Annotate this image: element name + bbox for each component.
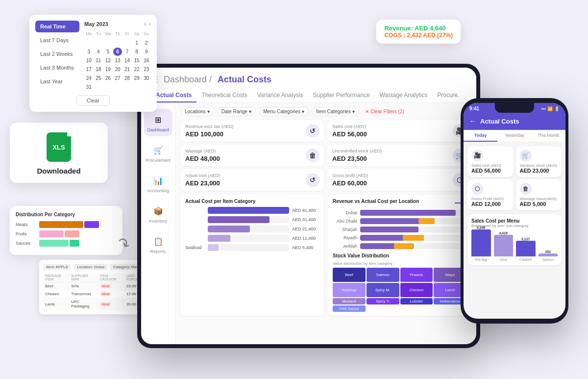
calendar-option[interactable]: Last 7 Days [35,34,79,46]
sidebar-label: Inventory [149,219,167,224]
sidebar-item-dashboard[interactable]: ⊞ Dashboard [144,109,172,136]
treemap-cell: Chicken [400,283,433,297]
calendar-day[interactable]: 26 [103,74,113,82]
sidebar-item-reports[interactable]: 📋 Reports [144,230,172,258]
revenue-bar-row: Jeddah [333,243,466,249]
calendar-day[interactable]: 24 [84,74,94,82]
category-chart-card: Actual Cost per Item Category AED 41,400… [180,195,324,316]
calendar-day[interactable]: 6 [113,48,122,56]
calendar-day[interactable]: 10 [84,56,94,65]
revenue-chart-title: Revenue vs Actual Cost per Location [333,199,419,204]
calendar-day[interactable]: 23 [142,65,151,74]
revenue-line1: Revenue: AED 4,640 [384,25,453,32]
wifi-icon: 📶 [547,106,553,111]
phone-tab-bar[interactable]: TodayYesterdayThis Month [464,130,565,142]
treemap-cell: Chili Sauce [333,305,366,312]
calendar-day[interactable]: 31 [84,83,94,91]
phone-tab-today[interactable]: Today [464,130,497,142]
calendar-day[interactable]: 8 [132,48,142,56]
tablet-device: ☰ Dashboard / Actual Costs Actual CostsT… [137,64,480,348]
phone-stat-value: AED 5,000 [520,201,558,207]
tab-variance-analysis[interactable]: Variance Analysis [252,89,308,102]
calendar-day[interactable]: 15 [132,56,142,65]
category-bar-row: AED 41,400 [185,207,319,214]
phone-bar-value: 3,127 [521,237,530,241]
calendar-day [94,39,103,47]
calendar-day[interactable]: 14 [122,56,132,65]
category-bar-label: Seafood [185,245,205,250]
tab-theoretical-costs[interactable]: Theoretical Costs [196,89,252,102]
filter-pill-date-range[interactable]: Date Range ▾ [217,107,256,116]
calendar-day[interactable]: 9 [142,48,151,56]
calendar-clear-button[interactable]: Clear [76,95,110,106]
calendar-day[interactable]: 20 [113,65,122,74]
phone-bar-col: 252Salmon [539,250,558,261]
calendar-option[interactable]: Last Year [35,76,79,87]
tab-actual-costs[interactable]: Actual Costs [151,89,196,102]
calendar-day [132,83,142,91]
table-cell: Meat [98,282,124,290]
calendar-day-name: Mo [84,30,94,37]
calendar-day[interactable]: 11 [94,56,103,65]
calendar-day[interactable]: 7 [122,48,132,56]
phone-bar-label: Hot dog [475,258,487,261]
sidebar-item-inventory[interactable]: 📦 Inventory [144,200,172,227]
calendar-day[interactable]: 4 [94,48,103,56]
calendar-day[interactable]: 27 [113,74,122,82]
calendar-day[interactable]: 19 [103,65,113,74]
category-bar-row: Seafood AED 5,400 [185,244,319,251]
calendar-day[interactable]: 22 [132,65,142,74]
filter-pill-locations[interactable]: Locations ▾ [180,107,214,116]
calendar-option[interactable]: Last 3 Months [35,62,79,74]
phone-bar-label: Lime [500,258,507,261]
category-chart-title: Actual Cost per Item Category [185,199,319,204]
calendar-prev-btn[interactable]: ‹ [144,21,146,27]
table-cell: UFC Packaging [69,298,98,310]
calendar-day[interactable]: 25 [94,74,103,82]
phone-stat-card: 🗑 Wastage Value(AED) AED 5,000 [516,179,562,210]
calendar-day[interactable]: 29 [132,74,142,82]
stat-value: AED 60,000 [332,179,368,187]
phone-bar-label: Salmon [542,258,554,261]
sidebar-item-procurement[interactable]: 🛒 Procurement [144,139,172,167]
tab-wastage-analytics[interactable]: Wastage Analytics [375,89,433,102]
calendar-day[interactable]: 18 [94,65,103,74]
stat-value: AED 100,000 [185,130,234,138]
phone-tab-this-month[interactable]: This Month [532,130,565,142]
table-cell: Meat [98,290,124,298]
calendar-day[interactable]: 30 [142,74,151,82]
tab-supplier-performance[interactable]: Supplier Performance [308,89,375,102]
calendar-day[interactable]: 17 [84,65,94,74]
tab-procure.[interactable]: Procure. [432,89,464,102]
calendar-option[interactable]: Last 2 Weeks [35,48,79,60]
calendar-day[interactable]: 28 [122,74,132,82]
calendar-day[interactable]: 2 [142,39,151,47]
calendar-day[interactable]: 21 [122,65,132,74]
calendar-day[interactable]: 13 [113,56,122,65]
calendar-day[interactable]: 1 [132,39,142,47]
phone-back-button[interactable]: ← [469,117,476,125]
clear-filters-button[interactable]: ✕ Clear Filters (2) [362,107,407,116]
bar-label: Dubai [333,210,357,215]
phone-chart-title: Sales Cost per Menu [471,218,558,224]
sidebar-item-accounting[interactable]: 📊 Accounting [144,170,172,197]
phone-notch [495,103,534,113]
sidebar-label: Procurement [146,158,171,163]
calendar-day[interactable]: 5 [103,48,113,56]
phone-tab-yesterday[interactable]: Yesterday [497,130,531,142]
stat-value: AED 56,000 [332,130,367,138]
calendar-day-name: We [103,30,113,37]
table-filter-chip[interactable]: Item: APPLE [43,264,71,270]
filter-pill-item-categories[interactable]: Item Categories ▾ [312,107,359,116]
phone-stat-value: AED 23,000 [520,168,558,174]
filter-pill-menu-categories[interactable]: Menu Categories ▾ [259,107,309,116]
calendar-option[interactable]: Real Time [35,21,79,32]
category-bar-value: AED 11,400 [292,236,319,241]
calendar-day [122,39,132,47]
calendar-next-btn[interactable]: › [149,21,151,27]
calendar-day[interactable]: 12 [103,56,113,65]
calendar-day[interactable]: 3 [84,48,94,56]
calendar-day[interactable]: 16 [142,56,151,65]
table-filter-chip[interactable]: Location: Dubai [74,264,107,270]
bar-track [360,227,466,232]
